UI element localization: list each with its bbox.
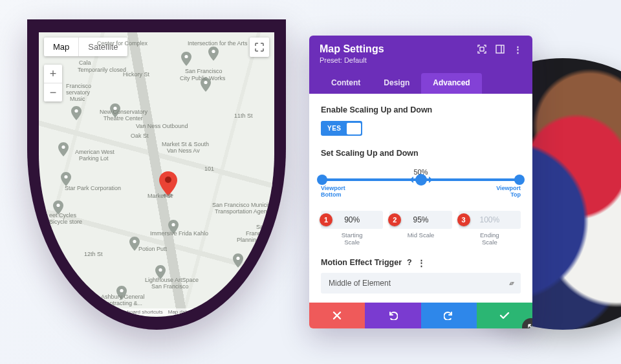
map-poi-icon [110, 103, 120, 118]
svg-point-3 [61, 145, 65, 149]
slider-handle-end[interactable] [514, 175, 525, 185]
svg-point-8 [236, 257, 239, 260]
map-street-label: Market St [147, 193, 173, 199]
map-poi-icon [168, 220, 179, 234]
svg-point-7 [133, 240, 136, 243]
map-street-label: 101 [204, 166, 214, 172]
scale-caption: Starting Scale [321, 231, 383, 246]
map-street-label: 12th St [84, 251, 103, 257]
map-poi-icon [58, 142, 69, 156]
map-street-label: eet Cycles [49, 212, 76, 219]
map-fullscreen-button[interactable] [250, 37, 269, 57]
scale-badge: 3 [457, 213, 470, 226]
panel-more-icon[interactable]: ⋮ [514, 45, 522, 54]
map-poi-icon [181, 52, 191, 66]
map-poi-icon [71, 106, 82, 120]
map-street-label: Market St & South [162, 141, 209, 147]
svg-rect-16 [480, 47, 484, 51]
map-street-label: Lighthouse ArtSpace [145, 277, 199, 283]
map-street-label: Parking Lot [79, 155, 109, 162]
slider-handle-start[interactable] [317, 175, 327, 185]
panel-expand-icon[interactable] [477, 45, 486, 54]
svg-rect-17 [496, 45, 504, 53]
check-icon [499, 312, 510, 319]
redo-button[interactable] [421, 303, 477, 328]
slider-handle-mid[interactable] [415, 174, 427, 186]
options-icon[interactable]: ⋮ [417, 258, 426, 268]
map-type-switch: Map Satellite [44, 37, 127, 56]
map-street-label: Ashbury General [101, 294, 145, 300]
undo-icon [387, 311, 398, 320]
svg-point-15 [165, 177, 171, 183]
panel-tabs: Content Design Advanced [320, 73, 522, 94]
svg-point-2 [74, 109, 78, 112]
undo-button[interactable] [365, 303, 420, 328]
tab-design[interactable]: Design [372, 73, 421, 94]
map-street-label: Theatre Center [104, 115, 143, 122]
cancel-button[interactable] [309, 303, 365, 328]
scale-caption: Ending Scale [459, 231, 521, 246]
chevron-updown-icon: ▴▾ [509, 279, 513, 286]
map-street-label: Star Park Corporation [65, 185, 121, 191]
map-type-satellite[interactable]: Satellite [79, 37, 127, 56]
scale-column: 2Mid Scale [389, 211, 452, 246]
map-street-label: Music [70, 96, 85, 102]
map-street-label: San Francisco Municipal [212, 202, 274, 208]
map-street-label: San Francisco [185, 68, 223, 74]
map-street-label: servatory [66, 89, 90, 96]
map-street-label: San Francisco [151, 283, 189, 290]
toggle-knob [347, 123, 361, 134]
tab-content[interactable]: Content [320, 73, 372, 94]
map-zoom-out[interactable]: − [44, 83, 62, 102]
svg-point-0 [184, 55, 188, 58]
enable-scaling-toggle[interactable]: YES [321, 121, 362, 136]
svg-point-9 [158, 268, 162, 272]
enable-scaling-label: Enable Scaling Up and Down [321, 105, 521, 114]
motion-trigger-select[interactable]: Middle of Element ▴▾ [321, 273, 521, 294]
panel-preset[interactable]: Preset: Default [320, 56, 522, 64]
map-poi-icon [116, 286, 127, 300]
map-street-label: Transportation Agency [215, 208, 273, 215]
map-street-label: Oak St [131, 133, 149, 139]
panel-header: Map Settings ⋮ Preset: Default Content D… [309, 36, 532, 94]
help-icon[interactable]: ? [407, 258, 412, 267]
tab-advanced[interactable]: Advanced [421, 73, 481, 94]
panel-title: Map Settings [320, 43, 477, 55]
map-street-label: Cala [79, 59, 91, 66]
map-poi-icon [61, 172, 71, 186]
map-poi-icon [129, 237, 140, 251]
map-street-label: Francisco [66, 83, 91, 89]
map-street-label: Van Ness Outbound [136, 123, 188, 129]
close-icon [332, 311, 342, 320]
svg-point-1 [113, 107, 116, 110]
scale-column: 1Starting Scale [321, 211, 383, 246]
map-street-label: Intersection for the Arts [188, 40, 248, 47]
map-street-label: Blue P [259, 294, 274, 300]
scale-column: 3Ending Scale [459, 211, 521, 246]
svg-point-5 [56, 204, 60, 207]
map-poi-icon [201, 78, 211, 92]
svg-point-13 [204, 81, 207, 84]
svg-point-12 [212, 50, 215, 53]
set-scaling-label: Set Scaling Up and Down [321, 149, 521, 158]
redo-icon [444, 311, 454, 320]
map-type-map[interactable]: Map [44, 37, 78, 56]
slider-track[interactable] [322, 178, 519, 181]
map-poi-icon [155, 265, 166, 279]
map-zoom-in[interactable]: + [44, 65, 62, 83]
svg-point-4 [64, 175, 67, 178]
toggle-yes-label: YES [322, 122, 347, 134]
scale-caption: Mid Scale [389, 231, 452, 239]
slider-label-bottom: Viewport Bottom [321, 185, 345, 198]
map-poi-icon [250, 284, 260, 299]
fullscreen-icon [255, 43, 264, 52]
map-street-label: Potion Putt [138, 246, 167, 252]
panel-dock-icon[interactable] [496, 45, 505, 54]
map-poi-icon [233, 253, 243, 268]
panel-body: Enable Scaling Up and Down YES Set Scali… [309, 94, 532, 303]
map-marker-icon [159, 171, 177, 197]
map-street-label: City Public Works [180, 75, 225, 81]
settings-panel: Map Settings ⋮ Preset: Default Content D… [309, 36, 532, 328]
map-zoom-controls: + − [44, 65, 62, 102]
resize-icon [527, 323, 532, 328]
